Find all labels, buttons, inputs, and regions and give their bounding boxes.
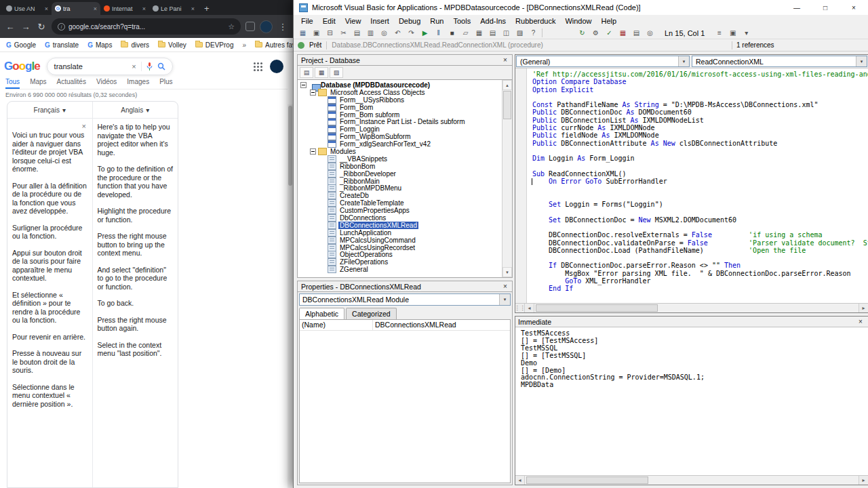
account-avatar[interactable] xyxy=(270,60,283,73)
scrollbar-thumb[interactable] xyxy=(526,476,648,484)
menu-run[interactable]: Run xyxy=(425,16,448,26)
chevron-down-icon[interactable]: ▾ xyxy=(678,56,689,66)
bookmark-star-icon[interactable]: ☆ xyxy=(228,22,235,31)
apps-grid-icon[interactable] xyxy=(254,62,262,71)
scroll-right-icon[interactable]: ▸ xyxy=(859,476,868,485)
run-icon[interactable]: ▶ xyxy=(418,28,431,39)
vba-title-bar[interactable]: Microsoft Visual Basic for Applications … xyxy=(294,0,868,15)
insert-object-icon[interactable]: ▣ xyxy=(310,28,323,39)
property-value[interactable]: DBConnectionsXMLRead xyxy=(373,320,510,330)
project-tree-item[interactable]: Database (MPDBDatasourcecode) xyxy=(299,81,501,89)
result-tab-tous[interactable]: Tous xyxy=(5,78,20,89)
menu-file[interactable]: File xyxy=(296,16,318,26)
smart-indenter-icon[interactable]: ≡ xyxy=(713,28,726,39)
result-tab-vidéos[interactable]: Vidéos xyxy=(96,78,117,89)
browser-tab[interactable]: Le Pani× xyxy=(149,2,198,15)
menu-insert[interactable]: Insert xyxy=(366,16,394,26)
project-tree-scrollbar[interactable]: ▲ ▼ xyxy=(502,80,512,277)
browser-tab[interactable]: Internat× xyxy=(100,2,149,15)
reload-icon[interactable]: ↻ xyxy=(36,22,47,32)
menu-window[interactable]: Window xyxy=(560,16,596,26)
scrollbar-thumb[interactable] xyxy=(536,304,658,312)
project-tree-item[interactable]: Form_Bom xyxy=(299,104,501,111)
code-explorer-icon[interactable]: ▣ xyxy=(726,28,739,39)
project-tree-item[interactable]: Form_Instance Part List - Details subfor… xyxy=(299,118,501,125)
code-horizontal-scrollbar[interactable]: ⋮⋮ ◂ ▸ xyxy=(515,303,868,312)
close-icon[interactable]: × xyxy=(500,56,510,64)
project-tree-item[interactable]: Microsoft Access Class Objects xyxy=(299,89,501,96)
rubberduck-refresh-icon[interactable]: ↻ xyxy=(576,28,589,39)
project-tree-item[interactable]: Form__USysRibbons xyxy=(299,96,501,104)
code-margin-indicator-bar[interactable] xyxy=(515,68,527,303)
page-scrollbar[interactable] xyxy=(288,104,293,488)
scroll-down-icon[interactable]: ▼ xyxy=(502,267,512,277)
result-tab-maps[interactable]: Maps xyxy=(30,78,46,89)
collapse-expander-icon[interactable] xyxy=(310,148,316,155)
project-tree-item[interactable]: _RibbonMain xyxy=(299,178,501,185)
find-icon[interactable]: ◎ xyxy=(378,28,391,39)
undo-icon[interactable]: ↶ xyxy=(391,28,404,39)
source-text-area[interactable]: Voici un truc pour vous aider à naviguer… xyxy=(7,119,93,487)
project-panel-header[interactable]: Project - Database × xyxy=(297,54,513,66)
properties-panel-header[interactable]: Properties - DBConnectionsXMLRead × xyxy=(297,281,513,292)
close-icon[interactable]: × xyxy=(500,282,510,291)
tab-close-icon[interactable]: × xyxy=(191,5,195,12)
bookmarks-overflow-icon[interactable]: » xyxy=(242,41,246,49)
mic-icon[interactable] xyxy=(146,62,153,70)
project-tree-item[interactable]: DbConnections xyxy=(299,214,501,222)
menu-view[interactable]: View xyxy=(340,16,366,26)
minimize-button[interactable]: — xyxy=(783,0,811,15)
tab-close-icon[interactable]: × xyxy=(142,5,146,12)
scroll-left-icon[interactable]: ◂ xyxy=(515,476,525,485)
object-selector-dropdown[interactable]: DBConnectionsXMLRead Module ▾ xyxy=(299,293,511,306)
scrollbar-thumb[interactable] xyxy=(288,106,292,186)
properties-window-icon[interactable]: ▤ xyxy=(486,28,499,39)
profile-avatar[interactable] xyxy=(260,20,273,33)
break-icon[interactable]: ‖ xyxy=(432,28,445,39)
scrollbar-track[interactable] xyxy=(525,476,859,485)
address-bar[interactable]: i google.ca/search?q=tra... ☆ xyxy=(52,18,241,35)
bookmark-item[interactable]: Volley xyxy=(158,41,186,49)
project-tree-item[interactable]: _RibbonMPDBMenu xyxy=(299,184,501,192)
project-tree-item[interactable]: Form_Bom subform xyxy=(299,111,501,119)
view-host-app-icon[interactable]: ▦ xyxy=(296,28,309,39)
collapse-expander-icon[interactable] xyxy=(310,89,316,96)
menu-addins[interactable]: Add-Ins xyxy=(475,16,511,26)
toolbox-icon[interactable]: ▨ xyxy=(513,28,526,39)
google-logo[interactable]: Google xyxy=(4,60,40,73)
extension-icon[interactable] xyxy=(245,22,255,31)
scrollbar-track[interactable] xyxy=(534,304,859,312)
rubberduck-unit-tests-icon[interactable]: ✓ xyxy=(603,28,616,39)
rubberduck-regex-icon[interactable]: ◎ xyxy=(644,28,656,39)
bookmark-item[interactable]: Gtranslate xyxy=(45,41,79,49)
menu-debug[interactable]: Debug xyxy=(394,16,425,26)
menu-help[interactable]: Help xyxy=(597,16,622,26)
maximize-button[interactable]: □ xyxy=(811,0,840,15)
toggle-folders-button[interactable]: ▨ xyxy=(330,67,343,78)
copy-icon[interactable]: ▤ xyxy=(351,28,363,39)
object-browser-icon[interactable]: ◫ xyxy=(500,28,513,39)
project-explorer-icon[interactable]: ▦ xyxy=(473,28,486,39)
site-info-icon[interactable]: i xyxy=(58,23,65,30)
immediate-window-content[interactable]: TestMSAccess[] = [TestMSAccess]TestMSSQL… xyxy=(515,327,868,475)
reset-icon[interactable]: ■ xyxy=(446,28,458,39)
chevron-down-icon[interactable]: ▾ xyxy=(499,294,510,305)
immediate-horizontal-scrollbar[interactable]: ◂ ▸ xyxy=(515,475,868,485)
rubberduck-inspections-icon[interactable]: ▦ xyxy=(616,28,629,39)
new-tab-button[interactable]: + xyxy=(198,3,216,14)
rubberduck-todo-icon[interactable]: ▤ xyxy=(630,28,643,39)
menu-kebab-icon[interactable]: ⋮ xyxy=(277,22,288,32)
browser-tab[interactable]: Use AN× xyxy=(3,2,52,15)
cut-icon[interactable]: ✂ xyxy=(337,28,350,39)
project-tree-item[interactable]: CreateTableTemplate xyxy=(299,199,501,207)
project-tree-item[interactable]: __VBASnippets xyxy=(299,155,501,163)
source-language-selector[interactable]: Français ▾ xyxy=(7,102,93,118)
paste-icon[interactable]: ▥ xyxy=(364,28,377,39)
tab-close-icon[interactable]: × xyxy=(45,5,48,12)
view-code-button[interactable]: ▤ xyxy=(300,67,313,78)
scroll-left-icon[interactable]: ◂ xyxy=(525,304,534,312)
search-icon[interactable] xyxy=(157,62,165,70)
menu-rubberduck[interactable]: Rubberduck xyxy=(511,16,560,26)
forward-icon[interactable]: → xyxy=(20,22,31,32)
tab-categorized[interactable]: Categorized xyxy=(346,308,397,319)
